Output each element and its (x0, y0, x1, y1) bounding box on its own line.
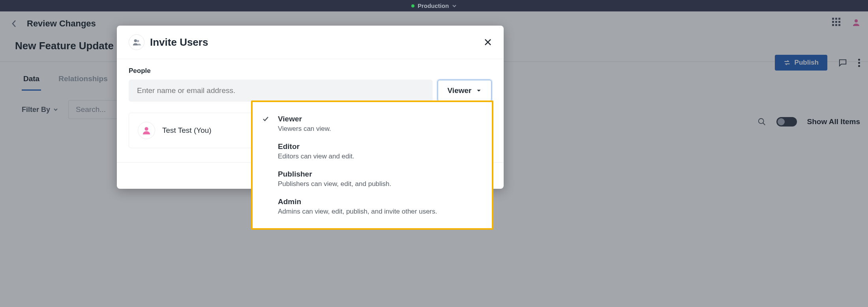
people-input[interactable] (129, 80, 433, 102)
svg-point-4 (145, 127, 148, 131)
caret-down-icon (452, 4, 457, 8)
check-placeholder (261, 170, 271, 171)
caret-down-icon (476, 88, 482, 93)
role-desc: Viewers can view. (278, 125, 481, 133)
people-label: People (129, 67, 492, 75)
close-icon[interactable] (484, 38, 492, 46)
role-option-editor[interactable]: Editor Editors can view and edit. (253, 138, 492, 165)
avatar (138, 122, 155, 139)
role-desc: Publishers can view, edit, and publish. (278, 180, 481, 188)
users-icon (129, 34, 144, 50)
role-desc: Editors can view and edit. (278, 153, 481, 160)
role-option-publisher[interactable]: Publisher Publishers can view, edit, and… (253, 165, 492, 193)
environment-bar[interactable]: Production (0, 0, 868, 11)
svg-point-3 (137, 40, 139, 43)
modal-title: Invite Users (150, 36, 208, 48)
environment-status-dot (411, 4, 414, 7)
check-placeholder (261, 142, 271, 143)
svg-point-2 (134, 39, 137, 42)
role-dropdown: Viewer Viewers can view. Editor Editors … (251, 100, 493, 230)
role-title: Publisher (278, 170, 481, 179)
check-icon (261, 115, 271, 123)
check-placeholder (261, 197, 271, 198)
member-name: Test Test (You) (162, 126, 212, 135)
role-select[interactable]: Viewer (437, 80, 492, 102)
role-title: Viewer (278, 115, 481, 123)
environment-label: Production (418, 2, 449, 9)
role-title: Admin (278, 197, 481, 206)
role-select-label: Viewer (448, 86, 472, 95)
modal-header: Invite Users (117, 26, 504, 59)
page-body: Review Changes New Feature Update IN R P… (0, 11, 868, 307)
role-option-viewer[interactable]: Viewer Viewers can view. (253, 110, 492, 138)
role-desc: Admins can view, edit, publish, and invi… (278, 208, 481, 216)
role-option-admin[interactable]: Admin Admins can view, edit, publish, an… (253, 193, 492, 220)
role-title: Editor (278, 142, 481, 151)
